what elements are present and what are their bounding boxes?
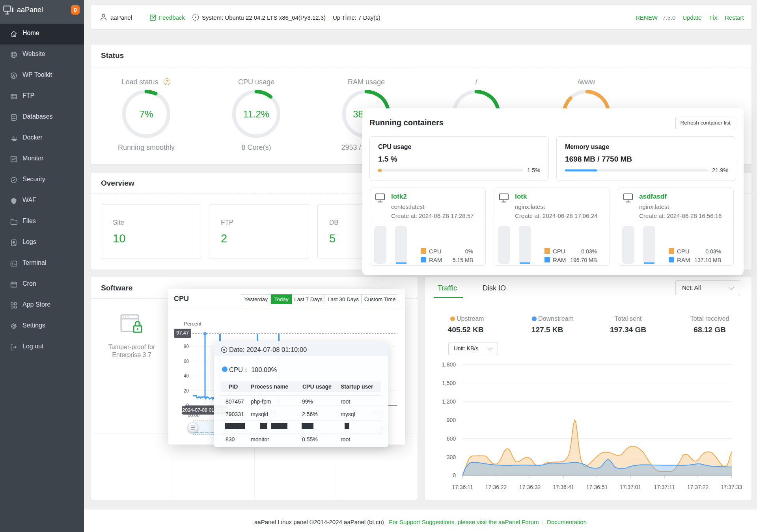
svg-text:17:36:41: 17:36:41 (553, 484, 574, 490)
svg-text:80: 80 (184, 344, 189, 349)
svg-text:1,200: 1,200 (442, 398, 456, 405)
svg-text:17:36:32: 17:36:32 (519, 484, 541, 490)
svg-text:17:37:22: 17:37:22 (687, 484, 709, 490)
svg-text:0: 0 (453, 472, 456, 478)
svg-text:900: 900 (447, 417, 456, 423)
svg-text:1,500: 1,500 (442, 380, 456, 386)
svg-text:17:36:51: 17:36:51 (586, 484, 608, 490)
svg-text:300: 300 (447, 454, 456, 460)
svg-text:40: 40 (184, 373, 189, 379)
svg-text:1,800: 1,800 (442, 361, 456, 368)
svg-text:Percent: Percent (184, 321, 201, 327)
svg-text:600: 600 (447, 435, 456, 442)
svg-text:20: 20 (184, 388, 189, 394)
svg-text:17:36:22: 17:36:22 (485, 484, 507, 490)
svg-text:60: 60 (184, 359, 189, 364)
svg-text:17:37:11: 17:37:11 (654, 484, 675, 490)
svg-text:17:36:11: 17:36:11 (452, 484, 473, 490)
svg-text:17:37:33: 17:37:33 (721, 484, 742, 490)
svg-text:17:37:01: 17:37:01 (620, 484, 641, 490)
